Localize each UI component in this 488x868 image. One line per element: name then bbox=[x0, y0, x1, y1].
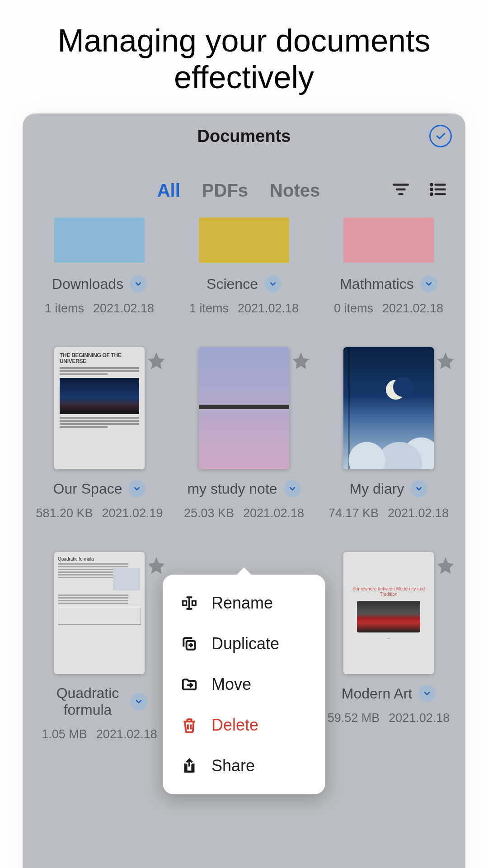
chevron-down-icon bbox=[422, 689, 432, 698]
document-thumbnail bbox=[343, 347, 434, 469]
document-size: 1.05 MB bbox=[42, 727, 87, 741]
thumb-heading: THE BEGINNING OF THE UNIVERSE bbox=[60, 353, 139, 364]
document-card[interactable]: my study note 25.03 KB 2021.02.18 bbox=[176, 343, 312, 529]
folders-grid: Downloads 1 items 2021.02.18 Science 1 i… bbox=[23, 213, 465, 325]
menu-label: Move bbox=[211, 675, 251, 694]
move-icon bbox=[181, 676, 198, 693]
chevron-down-icon bbox=[134, 279, 143, 288]
favorite-button[interactable] bbox=[436, 556, 455, 576]
tab-notes[interactable]: Notes bbox=[270, 180, 320, 201]
filter-icon bbox=[391, 180, 410, 199]
document-name: Quadratic formula bbox=[52, 685, 124, 718]
tab-pdfs[interactable]: PDFs bbox=[202, 180, 248, 201]
menu-rename[interactable]: Rename bbox=[163, 583, 325, 623]
duplicate-icon bbox=[181, 635, 198, 652]
folder-date: 2021.02.18 bbox=[382, 302, 443, 316]
tabs-row: All PDFs Notes bbox=[23, 168, 465, 213]
star-icon bbox=[291, 351, 311, 371]
folder-date: 2021.02.18 bbox=[93, 302, 154, 316]
document-size: 581.20 KB bbox=[36, 506, 93, 520]
delete-icon bbox=[181, 717, 198, 734]
chevron-down-icon bbox=[132, 484, 141, 493]
menu-label: Duplicate bbox=[211, 634, 279, 653]
document-size: 25.03 KB bbox=[184, 506, 234, 520]
document-menu-button[interactable] bbox=[284, 480, 301, 497]
document-thumbnail: THE BEGINNING OF THE UNIVERSE bbox=[54, 347, 145, 469]
folder-icon bbox=[54, 217, 145, 263]
toolbar-icons bbox=[391, 180, 456, 201]
folder-menu-button[interactable] bbox=[130, 275, 147, 292]
rename-icon bbox=[181, 594, 198, 612]
thumb-heading: Somewhere between Modernity and Traditio… bbox=[348, 586, 429, 597]
hero-title: Managing your documents effectively bbox=[0, 0, 488, 113]
folder-date: 2021.02.18 bbox=[238, 302, 299, 316]
thumb-heading: Quadratic formula bbox=[58, 557, 141, 561]
favorite-button[interactable] bbox=[291, 351, 311, 371]
menu-duplicate[interactable]: Duplicate bbox=[163, 623, 325, 664]
document-size: 59.52 MB bbox=[328, 711, 380, 725]
document-date: 2021.02.18 bbox=[389, 711, 450, 725]
folder-card[interactable]: Downloads 1 items 2021.02.18 bbox=[32, 213, 167, 325]
star-icon bbox=[436, 556, 455, 576]
document-card[interactable]: My diary 74.17 KB 2021.02.18 bbox=[321, 343, 456, 529]
document-name: my study note bbox=[187, 481, 277, 497]
folder-count: 1 items bbox=[189, 302, 229, 316]
chevron-down-icon bbox=[134, 697, 143, 706]
document-menu-button[interactable] bbox=[128, 480, 145, 497]
select-mode-button[interactable] bbox=[429, 125, 452, 147]
chevron-down-icon bbox=[414, 484, 423, 493]
list-icon bbox=[428, 180, 447, 199]
menu-label: Share bbox=[211, 756, 255, 775]
document-menu-button[interactable] bbox=[418, 685, 436, 702]
document-date: 2021.02.18 bbox=[243, 506, 304, 520]
document-thumbnail: Quadratic formula bbox=[54, 552, 145, 674]
check-icon bbox=[435, 130, 446, 142]
menu-delete[interactable]: Delete bbox=[163, 705, 325, 745]
app-screen: Documents All PDFs Notes Downloads bbox=[23, 113, 465, 868]
folder-menu-button[interactable] bbox=[420, 275, 437, 292]
document-date: 2021.02.18 bbox=[388, 506, 449, 520]
document-date: 2021.02.18 bbox=[96, 727, 157, 741]
folder-card[interactable]: Science 1 items 2021.02.18 bbox=[176, 213, 312, 325]
share-icon bbox=[181, 757, 198, 774]
menu-label: Rename bbox=[211, 594, 273, 613]
tabs-group: All PDFs Notes bbox=[86, 180, 391, 201]
document-card[interactable]: THE BEGINNING OF THE UNIVERSE Our Space … bbox=[32, 343, 167, 529]
chevron-down-icon bbox=[288, 484, 297, 493]
svg-point-3 bbox=[431, 184, 432, 186]
document-date: 2021.02.19 bbox=[102, 506, 163, 520]
folder-icon bbox=[199, 217, 289, 263]
folder-name: Mathmatics bbox=[340, 276, 414, 292]
chevron-down-icon bbox=[268, 279, 277, 288]
favorite-button[interactable] bbox=[146, 556, 166, 576]
folder-icon bbox=[343, 217, 434, 263]
folder-card[interactable]: Mathmatics 0 items 2021.02.18 bbox=[321, 213, 456, 325]
folder-count: 0 items bbox=[334, 302, 373, 316]
folder-name: Downloads bbox=[52, 276, 123, 292]
list-view-button[interactable] bbox=[428, 180, 447, 201]
document-name: Our Space bbox=[53, 481, 122, 497]
menu-move[interactable]: Move bbox=[163, 664, 325, 705]
document-thumbnail: Somewhere between Modernity and Traditio… bbox=[343, 552, 434, 674]
svg-point-7 bbox=[431, 193, 432, 195]
document-menu-button[interactable] bbox=[410, 480, 427, 497]
svg-point-5 bbox=[431, 189, 432, 190]
folder-menu-button[interactable] bbox=[264, 275, 282, 292]
favorite-button[interactable] bbox=[436, 351, 455, 371]
document-size: 74.17 KB bbox=[328, 506, 379, 520]
menu-label: Delete bbox=[211, 716, 258, 735]
document-menu-button[interactable] bbox=[130, 693, 147, 710]
page-title: Documents bbox=[197, 127, 291, 146]
tab-all[interactable]: All bbox=[157, 180, 180, 201]
document-card[interactable]: Somewhere between Modernity and Traditio… bbox=[321, 547, 456, 750]
document-card[interactable]: Quadratic formula Quadratic formula 1.05… bbox=[32, 547, 167, 750]
document-name: Modern Art bbox=[342, 685, 413, 702]
star-icon bbox=[146, 351, 166, 371]
favorite-button[interactable] bbox=[146, 351, 166, 371]
folder-name: Science bbox=[206, 276, 258, 292]
documents-grid-row: THE BEGINNING OF THE UNIVERSE Our Space … bbox=[23, 343, 465, 529]
filter-button[interactable] bbox=[391, 180, 410, 201]
app-header: Documents bbox=[23, 113, 465, 159]
document-name: My diary bbox=[350, 481, 404, 497]
menu-share[interactable]: Share bbox=[163, 745, 325, 786]
